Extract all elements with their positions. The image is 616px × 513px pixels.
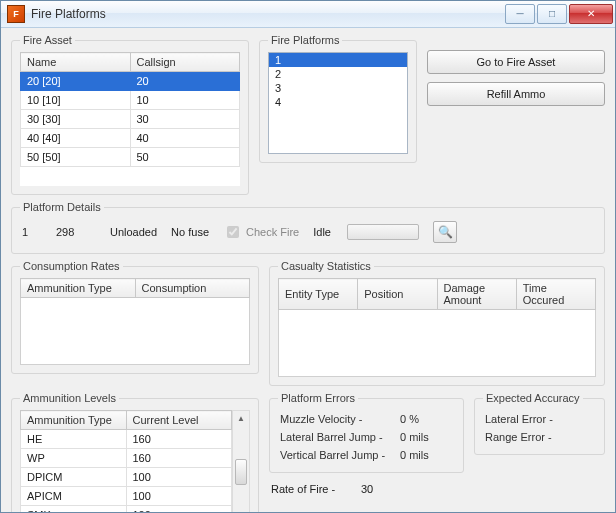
range-error-value <box>575 431 594 443</box>
minimize-button[interactable]: ─ <box>505 4 535 24</box>
consumption-rates-legend: Consumption Rates <box>20 260 123 272</box>
platform-errors-group: Platform Errors Muzzle Velocity -0 % Lat… <box>269 392 464 473</box>
progress-bar <box>347 224 419 240</box>
ammo-scrollbar[interactable]: ▲ ▼ <box>232 410 250 512</box>
list-item[interactable]: 3 <box>269 81 407 95</box>
platform-details-group: Platform Details 1 298 Unloaded No fuse … <box>11 201 605 254</box>
platform-details-legend: Platform Details <box>20 201 104 213</box>
platform-detail-id: 1 <box>22 226 42 238</box>
ammunition-levels-group: Ammunition Levels Ammunition Type Curren… <box>11 392 259 512</box>
expected-accuracy-group: Expected Accuracy Lateral Error - Range … <box>474 392 605 455</box>
platform-detail-value: 298 <box>56 226 96 238</box>
table-row[interactable]: HE160 <box>21 430 232 449</box>
app-icon: F <box>7 5 25 23</box>
window: F Fire Platforms ─ □ ✕ Fire Asset Name C… <box>0 0 616 513</box>
minimize-icon: ─ <box>516 9 523 19</box>
table-row[interactable]: 10 [10]10 <box>21 91 240 110</box>
consumption-col-type[interactable]: Ammunition Type <box>21 279 136 298</box>
lateral-error-label: Lateral Error - <box>485 413 575 425</box>
scroll-thumb[interactable] <box>235 459 247 485</box>
lateral-error-value <box>575 413 594 425</box>
check-fire-input[interactable] <box>227 226 239 238</box>
titlebar: F Fire Platforms ─ □ ✕ <box>1 1 615 28</box>
list-item[interactable]: 1 <box>269 53 407 67</box>
casualty-stats-group: Casualty Statistics Entity Type Position… <box>269 260 605 386</box>
fire-asset-col-callsign[interactable]: Callsign <box>130 53 240 72</box>
casualty-col-position[interactable]: Position <box>358 279 437 310</box>
casualty-col-damage[interactable]: Damage Amount <box>437 279 516 310</box>
table-row[interactable]: DPICM100 <box>21 468 232 487</box>
casualty-stats-legend: Casualty Statistics <box>278 260 374 272</box>
consumption-col-value[interactable]: Consumption <box>135 279 250 298</box>
platform-detail-status: Idle <box>313 226 333 238</box>
close-icon: ✕ <box>587 9 595 19</box>
lateral-barrel-value: 0 mils <box>400 431 453 443</box>
vertical-barrel-value: 0 mils <box>400 449 453 461</box>
table-row[interactable]: WP160 <box>21 449 232 468</box>
consumption-rates-group: Consumption Rates Ammunition Type Consum… <box>11 260 259 374</box>
fire-asset-legend: Fire Asset <box>20 34 75 46</box>
lateral-barrel-label: Lateral Barrel Jump - <box>280 431 400 443</box>
ammunition-levels-table[interactable]: Ammunition Type Current Level HE160 WP16… <box>20 410 232 512</box>
check-fire-label: Check Fire <box>246 226 299 238</box>
table-row-empty <box>21 167 240 186</box>
fire-asset-group: Fire Asset Name Callsign 20 [20]20 10 [1… <box>11 34 249 195</box>
rate-of-fire-value: 30 <box>361 483 373 495</box>
list-item[interactable]: 2 <box>269 67 407 81</box>
ammunition-levels-legend: Ammunition Levels <box>20 392 119 404</box>
window-title: Fire Platforms <box>31 7 505 21</box>
table-row[interactable]: APICM100 <box>21 487 232 506</box>
list-item[interactable]: 4 <box>269 95 407 109</box>
window-body: Fire Asset Name Callsign 20 [20]20 10 [1… <box>1 28 615 512</box>
maximize-icon: □ <box>549 9 555 19</box>
table-row[interactable]: 20 [20]20 <box>21 72 240 91</box>
fire-asset-table[interactable]: Name Callsign 20 [20]20 10 [10]10 30 [30… <box>20 52 240 186</box>
fire-platforms-group: Fire Platforms 1 2 3 4 <box>259 34 417 163</box>
ammo-col-type[interactable]: Ammunition Type <box>21 411 127 430</box>
close-button[interactable]: ✕ <box>569 4 613 24</box>
go-to-fire-asset-button[interactable]: Go to Fire Asset <box>427 50 605 74</box>
muzzle-velocity-label: Muzzle Velocity - <box>280 413 400 425</box>
range-error-label: Range Error - <box>485 431 575 443</box>
platform-detail-unloaded: Unloaded <box>110 226 157 238</box>
casualty-stats-empty <box>278 310 596 377</box>
table-row[interactable]: SMK100 <box>21 506 232 513</box>
table-row[interactable]: 30 [30]30 <box>21 110 240 129</box>
casualty-col-entity[interactable]: Entity Type <box>279 279 358 310</box>
scroll-up-icon[interactable]: ▲ <box>233 411 249 425</box>
fire-asset-col-name[interactable]: Name <box>21 53 131 72</box>
expected-accuracy-legend: Expected Accuracy <box>483 392 583 404</box>
fire-platforms-list[interactable]: 1 2 3 4 <box>268 52 408 154</box>
muzzle-velocity-value: 0 % <box>400 413 453 425</box>
platform-errors-legend: Platform Errors <box>278 392 358 404</box>
table-row[interactable]: 40 [40]40 <box>21 129 240 148</box>
platform-detail-fuse: No fuse <box>171 226 209 238</box>
check-fire-checkbox[interactable]: Check Fire <box>223 223 299 241</box>
window-buttons: ─ □ ✕ <box>505 4 613 24</box>
vertical-barrel-label: Vertical Barrel Jump - <box>280 449 400 461</box>
maximize-button[interactable]: □ <box>537 4 567 24</box>
zoom-button[interactable]: 🔍 <box>433 221 457 243</box>
table-row[interactable]: 50 [50]50 <box>21 148 240 167</box>
consumption-rates-table[interactable]: Ammunition Type Consumption <box>20 278 250 298</box>
consumption-rates-empty <box>20 298 250 365</box>
fire-platforms-legend: Fire Platforms <box>268 34 342 46</box>
refill-ammo-button[interactable]: Refill Ammo <box>427 82 605 106</box>
casualty-col-time[interactable]: Time Occured <box>516 279 595 310</box>
rate-of-fire-label: Rate of Fire - <box>271 483 361 495</box>
casualty-stats-table[interactable]: Entity Type Position Damage Amount Time … <box>278 278 596 310</box>
zoom-icon: 🔍 <box>438 225 453 239</box>
ammo-col-level[interactable]: Current Level <box>126 411 232 430</box>
